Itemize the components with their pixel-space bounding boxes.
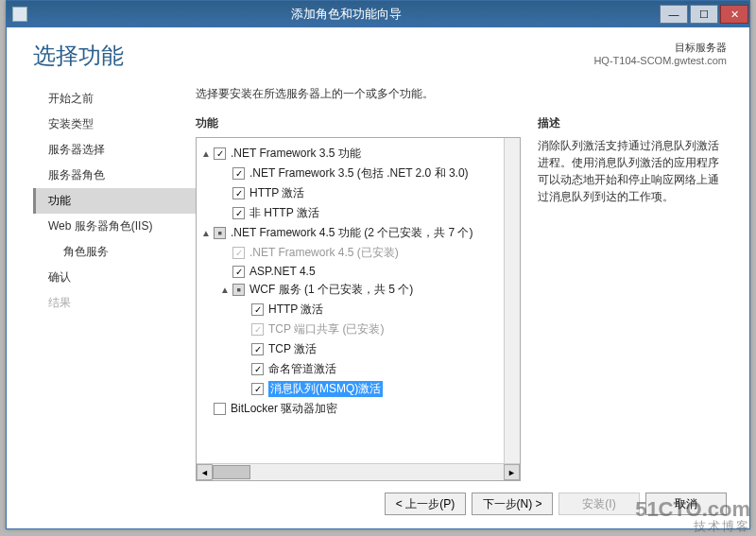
- target-server-info: 目标服务器 HQ-T104-SCOM.gwtest.com: [593, 41, 727, 66]
- expander-icon[interactable]: ▲: [200, 148, 212, 159]
- description-text: 消除队列激活支持通过消息队列激活进程。使用消息队列激活的应用程序可以动态地开始和…: [538, 137, 727, 205]
- tree-item-label: .NET Framework 3.5 (包括 .NET 2.0 和 3.0): [249, 165, 469, 182]
- scroll-left-button[interactable]: ◄: [197, 464, 213, 480]
- checkbox[interactable]: [232, 266, 245, 278]
- description-label: 描述: [538, 115, 727, 131]
- tree-item[interactable]: 消息队列(MSMQ)激活: [200, 379, 500, 399]
- sidebar-item: 结果: [33, 290, 196, 316]
- tree-item-label: BitLocker 驱动器加密: [231, 401, 337, 417]
- features-tree: ▲.NET Framework 3.5 功能.NET Framework 3.5…: [196, 137, 521, 481]
- checkbox[interactable]: [232, 167, 245, 180]
- tree-item[interactable]: TCP 激活: [200, 339, 500, 359]
- tree-item-label: HTTP 激活: [249, 185, 304, 201]
- tree-item-label: HTTP 激活: [268, 302, 323, 318]
- scroll-thumb[interactable]: [213, 465, 250, 479]
- instruction-text: 选择要安装在所选服务器上的一个或多个功能。: [196, 86, 727, 102]
- cancel-button[interactable]: 取消: [645, 493, 727, 515]
- sidebar-item[interactable]: 确认: [33, 265, 196, 290]
- checkbox[interactable]: [232, 207, 245, 219]
- wizard-window: 添加角色和功能向导 — ☐ ✕ 选择功能 目标服务器 HQ-T104-SCOM.…: [6, 0, 750, 529]
- scroll-track[interactable]: [213, 465, 504, 479]
- checkbox[interactable]: [251, 303, 264, 316]
- tree-item[interactable]: HTTP 激活: [200, 300, 500, 320]
- tree-item[interactable]: ▲.NET Framework 4.5 功能 (2 个已安装，共 7 个): [200, 223, 500, 243]
- horizontal-scrollbar[interactable]: ◄ ►: [197, 463, 520, 480]
- vertical-scrollbar[interactable]: [504, 138, 520, 463]
- target-server-label: 目标服务器: [593, 41, 727, 55]
- checkbox[interactable]: [232, 187, 245, 199]
- tree-item-label: ASP.NET 4.5: [249, 265, 316, 278]
- tree-item[interactable]: ▲.NET Framework 3.5 功能: [200, 144, 500, 164]
- tree-item-label: 消息队列(MSMQ)激活: [268, 381, 383, 397]
- titlebar: 添加角色和功能向导 — ☐ ✕: [7, 1, 749, 27]
- tree-item-label: .NET Framework 4.5 (已安装): [249, 245, 399, 261]
- expander-icon[interactable]: ▲: [219, 285, 231, 295]
- checkbox[interactable]: [214, 403, 226, 415]
- checkbox[interactable]: [232, 284, 245, 296]
- tree-item-label: TCP 激活: [268, 341, 317, 357]
- features-label: 功能: [196, 115, 521, 131]
- next-button[interactable]: 下一步(N) >: [472, 493, 553, 515]
- sidebar-item[interactable]: Web 服务器角色(IIS): [33, 214, 196, 239]
- expander-icon[interactable]: ▲: [200, 228, 212, 238]
- tree-item[interactable]: ▲WCF 服务 (1 个已安装，共 5 个): [200, 280, 500, 300]
- tree-item-label: TCP 端口共享 (已安装): [268, 321, 384, 337]
- previous-button[interactable]: < 上一步(P): [385, 493, 466, 515]
- sidebar-item[interactable]: 服务器选择: [33, 137, 196, 163]
- tree-item-label: .NET Framework 3.5 功能: [231, 146, 361, 162]
- tree-item-label: 命名管道激活: [268, 361, 336, 377]
- window-title: 添加角色和功能向导: [33, 6, 659, 23]
- maximize-button[interactable]: ☐: [690, 5, 718, 24]
- tree-item-label: 非 HTTP 激活: [249, 205, 319, 221]
- page-title: 选择功能: [33, 41, 593, 71]
- checkbox: [232, 247, 245, 259]
- wizard-sidebar: 开始之前安装类型服务器选择服务器角色功能Web 服务器角色(IIS)角色服务确认…: [7, 80, 196, 481]
- checkbox[interactable]: [214, 147, 226, 160]
- tree-item[interactable]: TCP 端口共享 (已安装): [200, 320, 500, 339]
- tree-item-label: .NET Framework 4.5 功能 (2 个已安装，共 7 个): [231, 225, 472, 241]
- tree-item[interactable]: BitLocker 驱动器加密: [200, 399, 500, 419]
- checkbox: [251, 323, 264, 336]
- app-icon: [12, 7, 27, 22]
- checkbox[interactable]: [251, 383, 264, 395]
- tree-item[interactable]: 命名管道激活: [200, 359, 500, 379]
- checkbox[interactable]: [251, 343, 264, 355]
- scroll-right-button[interactable]: ►: [504, 464, 520, 480]
- tree-item[interactable]: .NET Framework 4.5 (已安装): [200, 243, 500, 263]
- sidebar-item[interactable]: 角色服务: [33, 239, 196, 265]
- tree-item[interactable]: 非 HTTP 激活: [200, 203, 500, 223]
- install-button: 安装(I): [558, 493, 640, 515]
- sidebar-item[interactable]: 服务器角色: [33, 163, 196, 188]
- sidebar-item[interactable]: 安装类型: [33, 112, 196, 137]
- tree-item[interactable]: HTTP 激活: [200, 183, 500, 203]
- sidebar-item[interactable]: 开始之前: [33, 86, 196, 112]
- checkbox[interactable]: [214, 227, 226, 239]
- sidebar-item[interactable]: 功能: [33, 188, 196, 214]
- minimize-button[interactable]: —: [660, 5, 688, 24]
- tree-scroll[interactable]: ▲.NET Framework 3.5 功能.NET Framework 3.5…: [197, 138, 504, 463]
- tree-item[interactable]: ASP.NET 4.5: [200, 263, 500, 280]
- close-button[interactable]: ✕: [720, 5, 748, 24]
- checkbox[interactable]: [251, 363, 264, 375]
- tree-item-label: WCF 服务 (1 个已安装，共 5 个): [249, 282, 413, 298]
- target-server-value: HQ-T104-SCOM.gwtest.com: [593, 55, 727, 66]
- tree-item[interactable]: .NET Framework 3.5 (包括 .NET 2.0 和 3.0): [200, 164, 500, 183]
